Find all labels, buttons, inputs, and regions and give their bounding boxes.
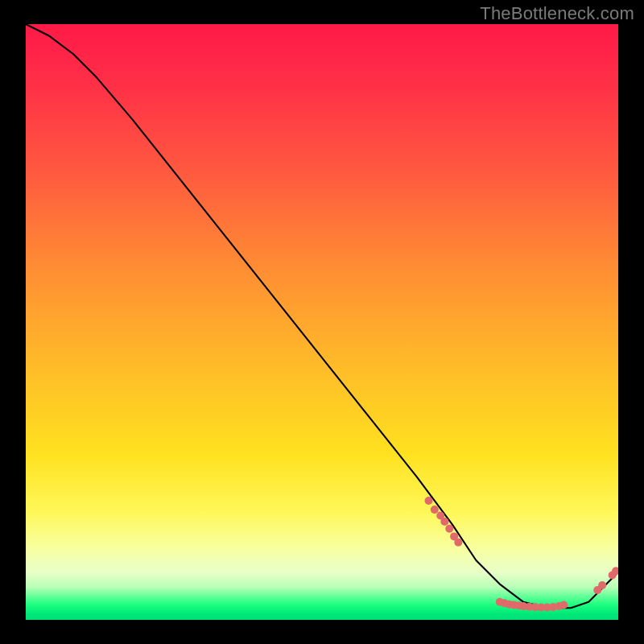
marker-dot xyxy=(431,506,439,514)
scatter-markers xyxy=(424,497,618,611)
chart-svg xyxy=(26,24,618,620)
marker-dot xyxy=(454,539,462,547)
marker-dot xyxy=(559,601,568,609)
marker-dot xyxy=(440,518,448,526)
marker-dot xyxy=(424,497,432,505)
marker-dot xyxy=(598,581,606,589)
plot-area xyxy=(26,24,618,620)
marker-dot xyxy=(445,525,453,533)
watermark-text: TheBottleneck.com xyxy=(480,3,634,24)
bottleneck-curve xyxy=(26,24,618,608)
chart-frame: TheBottleneck.com xyxy=(0,0,644,644)
